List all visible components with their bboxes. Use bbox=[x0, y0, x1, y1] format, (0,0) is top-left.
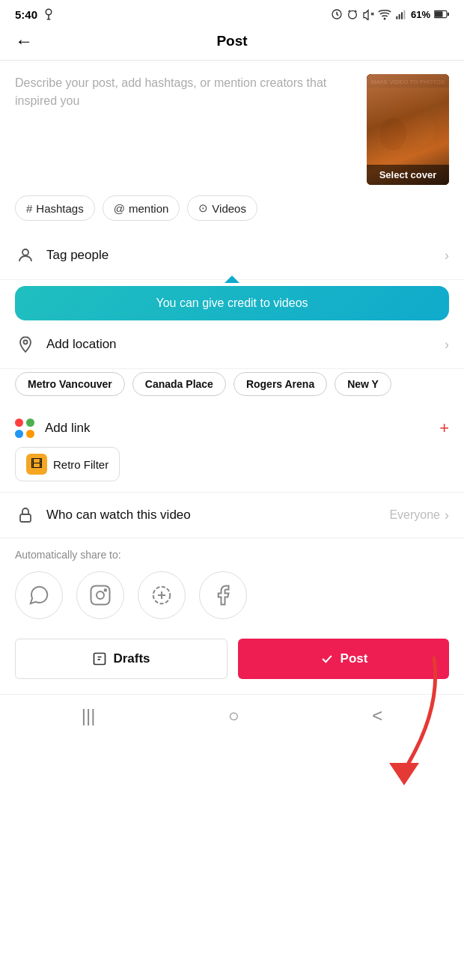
add-location-row[interactable]: Add location › bbox=[0, 320, 464, 369]
location-chevron: › bbox=[445, 337, 449, 353]
mention-chip[interactable]: @ mention bbox=[103, 195, 180, 221]
location-tag-2[interactable]: Rogers Arena bbox=[233, 372, 327, 396]
tooltip-bubble: You can give credit to videos bbox=[15, 286, 449, 320]
svg-marker-28 bbox=[389, 763, 419, 785]
hashtag-icon: # bbox=[26, 202, 32, 215]
location-tag-3[interactable]: New Y bbox=[335, 372, 391, 396]
alarm-icon bbox=[331, 8, 343, 20]
facebook-share-button[interactable] bbox=[199, 571, 247, 619]
svg-point-24 bbox=[97, 591, 104, 599]
instagram-share-button[interactable] bbox=[76, 571, 124, 619]
notification-icon bbox=[42, 7, 55, 21]
svg-point-21 bbox=[24, 341, 28, 344]
clock-icon bbox=[347, 8, 358, 20]
svg-rect-11 bbox=[448, 13, 449, 16]
location-tag-0[interactable]: Metro Vancouver bbox=[15, 372, 125, 396]
lock-icon bbox=[15, 505, 36, 526]
watch-value: Everyone bbox=[389, 508, 440, 522]
svg-point-15 bbox=[379, 118, 406, 150]
tag-people-row[interactable]: Tag people › bbox=[0, 231, 464, 280]
videos-chip[interactable]: ⊙ Videos bbox=[187, 195, 257, 221]
drafts-label: Drafts bbox=[113, 651, 150, 666]
svg-rect-18 bbox=[367, 74, 449, 88]
share-icons bbox=[15, 571, 449, 619]
hashtags-chip[interactable]: # Hashtags bbox=[15, 195, 95, 221]
status-right: 61% bbox=[331, 8, 449, 20]
whatsapp-share-button[interactable] bbox=[15, 571, 63, 619]
svg-point-2 bbox=[349, 10, 357, 19]
play-icon: ⊙ bbox=[198, 201, 208, 215]
nav-back[interactable]: < bbox=[372, 705, 382, 726]
svg-rect-23 bbox=[91, 586, 110, 605]
cover-thumbnail[interactable]: MAKE VIDEO TO PHOTOS Select cover bbox=[367, 74, 449, 185]
tooltip-section: You can give credit to videos bbox=[0, 280, 464, 320]
svg-point-20 bbox=[22, 249, 28, 255]
who-can-watch-row[interactable]: Who can watch this video Everyone › bbox=[0, 492, 464, 538]
battery-percent: 61% bbox=[411, 9, 430, 20]
select-cover-label[interactable]: Select cover bbox=[367, 165, 449, 185]
share-title: Automatically share to: bbox=[15, 549, 449, 561]
header: ← Post bbox=[0, 25, 464, 61]
nav-bar: ||| ○ < bbox=[0, 694, 464, 740]
whatsapp-icon bbox=[28, 584, 50, 606]
svg-point-16 bbox=[411, 115, 435, 145]
drafts-button[interactable]: Drafts bbox=[15, 639, 228, 679]
dot-red bbox=[15, 419, 23, 427]
tooltip-text: You can give credit to videos bbox=[156, 296, 308, 309]
mention-label: mention bbox=[129, 202, 168, 215]
mute-icon bbox=[362, 8, 374, 20]
svg-point-0 bbox=[46, 9, 52, 15]
who-can-watch-label: Who can watch this video bbox=[46, 508, 389, 523]
share-section: Automatically share to: bbox=[0, 538, 464, 627]
dot-green bbox=[26, 419, 34, 427]
svg-point-14 bbox=[391, 96, 424, 135]
status-left: 5:40 bbox=[15, 7, 55, 21]
time: 5:40 bbox=[15, 8, 37, 21]
watch-chevron: › bbox=[445, 508, 449, 523]
svg-rect-6 bbox=[396, 16, 397, 19]
post-button[interactable]: Post bbox=[238, 639, 449, 679]
filter-chip-area: 🎞 Retro Filter bbox=[0, 444, 464, 492]
retro-filter-chip[interactable]: 🎞 Retro Filter bbox=[15, 447, 120, 481]
description-area: Describe your post, add hashtags, or men… bbox=[0, 61, 464, 195]
filter-label: Retro Filter bbox=[53, 458, 109, 471]
facebook-icon bbox=[212, 584, 234, 606]
nav-menu[interactable]: ||| bbox=[82, 705, 96, 726]
link-dots-icon bbox=[15, 419, 34, 438]
svg-rect-22 bbox=[20, 514, 31, 522]
dot-orange bbox=[26, 430, 34, 438]
svg-rect-8 bbox=[401, 12, 403, 19]
post-label: Post bbox=[341, 651, 368, 666]
videos-label: Videos bbox=[212, 202, 246, 215]
add-share-button[interactable] bbox=[138, 571, 186, 619]
description-placeholder[interactable]: Describe your post, add hashtags, or men… bbox=[15, 74, 356, 110]
add-icon bbox=[150, 584, 173, 606]
add-link-label: Add link bbox=[45, 421, 439, 436]
svg-text:MAKE VIDEO TO PHOTOS: MAKE VIDEO TO PHOTOS bbox=[371, 79, 445, 85]
drafts-icon bbox=[92, 651, 107, 666]
filter-icon: 🎞 bbox=[26, 454, 47, 475]
svg-point-5 bbox=[383, 18, 385, 20]
svg-rect-9 bbox=[403, 10, 405, 19]
back-button[interactable]: ← bbox=[15, 31, 33, 52]
at-icon: @ bbox=[114, 202, 125, 215]
location-icon bbox=[15, 334, 36, 355]
bottom-buttons: Drafts Post bbox=[0, 627, 464, 694]
location-tags: Metro Vancouver Canada Place Rogers Aren… bbox=[0, 369, 464, 408]
location-tag-1[interactable]: Canada Place bbox=[132, 372, 226, 396]
add-link-plus[interactable]: + bbox=[439, 419, 449, 438]
dot-blue bbox=[15, 430, 23, 438]
signal-icon bbox=[395, 8, 407, 20]
add-link-row[interactable]: Add link + bbox=[0, 408, 464, 444]
hashtags-label: Hashtags bbox=[36, 202, 83, 215]
instagram-icon bbox=[89, 584, 112, 606]
svg-rect-7 bbox=[399, 14, 400, 19]
nav-home[interactable]: ○ bbox=[228, 705, 239, 726]
page-title: Post bbox=[216, 33, 247, 49]
battery-icon bbox=[434, 10, 449, 19]
tag-people-chevron: › bbox=[445, 248, 449, 264]
svg-point-25 bbox=[105, 589, 107, 591]
tag-people-label: Tag people bbox=[46, 248, 445, 263]
svg-rect-12 bbox=[435, 11, 443, 17]
add-location-label: Add location bbox=[46, 337, 445, 352]
